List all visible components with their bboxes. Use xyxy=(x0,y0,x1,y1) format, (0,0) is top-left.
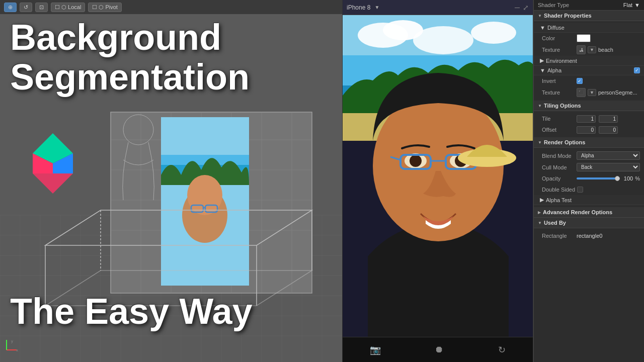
cull-mode-row: Cull Mode Back xyxy=(534,161,644,173)
opacity-row: Opacity 100 % xyxy=(534,173,644,184)
flip-icon[interactable]: ↻ xyxy=(498,344,506,355)
render-options-header[interactable]: ▼ Render Options xyxy=(534,137,644,148)
offset-x-input[interactable] xyxy=(577,126,596,134)
diffuse-label: Diffuse xyxy=(547,25,565,31)
shader-props-arrow-icon: ▼ xyxy=(538,14,542,18)
panel-controls: ─ ⤢ xyxy=(515,4,529,12)
shader-panel: Shader Type Flat ▼ ▼ Shader Properties ▼… xyxy=(533,0,644,362)
svg-point-70 xyxy=(410,155,422,167)
used-by-header[interactable]: ▼ Used By xyxy=(534,218,644,228)
color-label: Color xyxy=(542,35,575,41)
alpha-texture-control: ⬛ ▼ personSegme... xyxy=(577,88,637,97)
texture-icon[interactable]: 🏞 xyxy=(577,45,586,54)
alpha-texture-name: personSegme... xyxy=(598,89,637,96)
shader-properties-header[interactable]: ▼ Shader Properties xyxy=(534,11,644,21)
device-chevron-icon[interactable]: ▼ xyxy=(374,5,379,10)
used-by-content: Rectangle rectangle0 xyxy=(534,228,644,243)
tile-y-input[interactable] xyxy=(599,115,618,123)
invert-row: Invert xyxy=(534,75,644,86)
alpha-texture-row: Texture ⬛ ▼ personSegme... xyxy=(534,86,644,99)
scale-tool-btn[interactable]: ⊡ xyxy=(35,3,48,12)
color-swatch[interactable] xyxy=(577,34,591,42)
toolbar: ⊕ ↺ ⊡ ☐ ⬡ Local ☐ ⬡ Pivot xyxy=(0,0,342,14)
offset-row: Offset xyxy=(534,124,644,135)
iphone-bottombar: 📷 ⏺ ↻ xyxy=(343,337,533,362)
double-sided-row: Double Sided xyxy=(534,184,644,195)
rectangle-value: rectangle0 xyxy=(577,233,602,239)
viewport-panel[interactable]: ⊕ ↺ ⊡ ☐ ⬡ Local ☐ ⬡ Pivot xyxy=(0,0,342,362)
render-arrow-icon: ▼ xyxy=(538,140,542,145)
screenshot-icon[interactable]: 📷 xyxy=(370,344,381,355)
alpha-test-arrow-icon: ▶ xyxy=(540,197,544,203)
environment-arrow-icon: ▶ xyxy=(540,57,544,64)
render-options-title: Render Options xyxy=(544,139,586,145)
record-icon[interactable]: ⏺ xyxy=(435,344,444,355)
alpha-arrow-icon: ▼ xyxy=(540,67,545,73)
shader-properties-content: ▼ Diffuse Color Texture 🏞 ▼ beach ▶ En xyxy=(534,21,644,101)
texture-dropdown-arrow[interactable]: ▼ xyxy=(588,46,596,53)
shader-type-label: Shader Type xyxy=(538,2,569,8)
shader-type-row: Shader Type Flat ▼ xyxy=(534,0,644,11)
invert-checkbox[interactable] xyxy=(577,78,583,84)
alpha-texture-icon[interactable]: ⬛ xyxy=(577,88,586,97)
opacity-slider-container[interactable] xyxy=(577,177,620,179)
pivot-mode-btn[interactable]: ☐ ⬡ Pivot xyxy=(88,3,122,12)
rectangle-label: Rectangle xyxy=(542,233,575,239)
texture-row: Texture 🏞 ▼ beach xyxy=(534,44,644,56)
shader-type-text: Flat xyxy=(623,2,632,8)
texture-label: Texture xyxy=(542,47,575,53)
double-sided-label: Double Sided xyxy=(542,187,575,193)
alpha-test-label: Alpha Test xyxy=(546,197,572,203)
person-overlay xyxy=(343,15,533,337)
alpha-header[interactable]: ▼ Alpha xyxy=(534,66,644,75)
advanced-render-title: Advanced Render Options xyxy=(543,209,612,215)
iphone-topbar: iPhone 8 ▼ ─ ⤢ xyxy=(343,0,533,15)
texture-name: beach xyxy=(598,47,613,53)
alpha-checkbox[interactable] xyxy=(634,67,640,73)
texture-control: 🏞 ▼ beach xyxy=(577,45,613,54)
local-mode-btn[interactable]: ☐ ⬡ Local xyxy=(51,3,85,12)
tile-x-input[interactable] xyxy=(577,115,596,123)
rotate-tool-btn[interactable]: ↺ xyxy=(20,3,32,12)
rectangle-row: Rectangle rectangle0 xyxy=(534,230,644,241)
move-tool-btn[interactable]: ⊕ xyxy=(4,3,17,12)
opacity-value: 100 xyxy=(624,175,633,182)
opacity-slider-thumb[interactable] xyxy=(615,176,620,181)
used-by-section: ▼ Used By Rectangle rectangle0 xyxy=(534,218,644,243)
render-options-section: ▼ Render Options Blend Mode Alpha Cull M… xyxy=(534,137,644,207)
offset-y-input[interactable] xyxy=(599,126,618,134)
opacity-label: Opacity xyxy=(542,175,575,182)
cull-mode-select[interactable]: Back xyxy=(577,163,640,171)
environment-label: Environment xyxy=(546,58,577,64)
tiling-options-title: Tiling Options xyxy=(544,103,581,109)
double-sided-checkbox[interactable] xyxy=(577,187,583,193)
render-content: Blend Mode Alpha Cull Mode Back Opacity xyxy=(534,148,644,207)
diffuse-header[interactable]: ▼ Diffuse xyxy=(534,23,644,33)
iphone-screen xyxy=(343,15,533,337)
hat-overlay xyxy=(457,128,517,170)
maximize-icon[interactable]: ⤢ xyxy=(523,4,529,12)
tiling-options-section: ▼ Tiling Options Tile Offset xyxy=(534,101,644,137)
advanced-render-arrow-icon: ▶ xyxy=(538,210,541,215)
shader-type-selector[interactable]: Flat ▼ xyxy=(623,2,640,8)
advanced-render-header[interactable]: ▶ Advanced Render Options xyxy=(534,207,644,218)
opacity-slider[interactable] xyxy=(577,177,620,179)
environment-header[interactable]: ▶ Environment xyxy=(534,56,644,66)
cull-mode-label: Cull Mode xyxy=(542,164,575,170)
opacity-percent: % xyxy=(635,175,640,182)
logo xyxy=(20,131,86,196)
subtitle: The Easy Way xyxy=(10,291,253,332)
tiling-options-header[interactable]: ▼ Tiling Options xyxy=(534,101,644,111)
tile-row: Tile xyxy=(534,113,644,124)
blend-mode-select[interactable]: Alpha xyxy=(577,151,640,160)
minimize-icon[interactable]: ─ xyxy=(515,4,520,12)
invert-label: Invert xyxy=(542,78,575,84)
alpha-texture-dropdown-arrow[interactable]: ▼ xyxy=(588,89,596,96)
svg-text:y: y xyxy=(11,339,13,343)
iphone-panel: iPhone 8 ▼ ─ ⤢ xyxy=(342,0,533,362)
alpha-label: Alpha xyxy=(547,67,561,73)
tile-label: Tile xyxy=(542,116,575,122)
color-row: Color xyxy=(534,33,644,44)
used-by-title: Used By xyxy=(544,220,566,226)
alpha-test-header[interactable]: ▶ Alpha Test xyxy=(534,195,644,205)
